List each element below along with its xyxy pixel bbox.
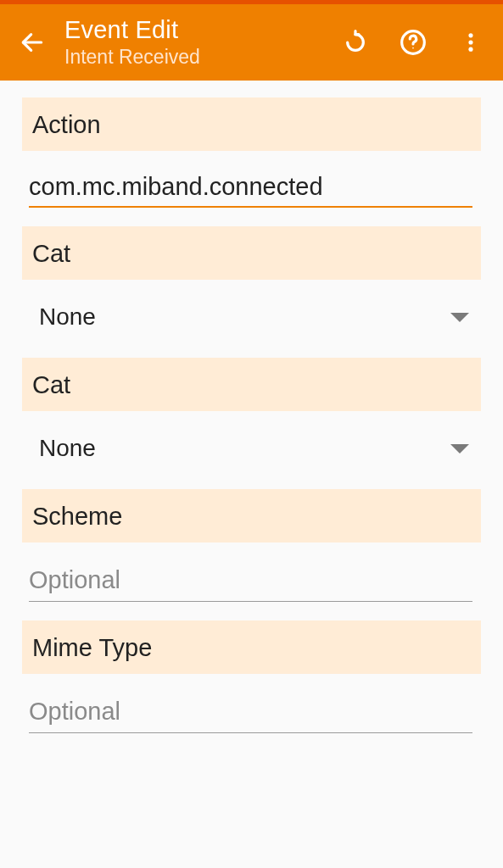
appbar-titles: Event Edit Intent Received [64, 16, 338, 69]
cat1-selected: None [39, 303, 96, 331]
chevron-down-icon [450, 313, 469, 322]
cat2-selected: None [39, 435, 96, 462]
scheme-input-wrap [22, 561, 481, 602]
appbar-actions [338, 25, 488, 59]
help-icon [400, 29, 427, 56]
page-title: Event Edit [64, 16, 338, 44]
chevron-down-icon [450, 444, 469, 453]
section-label-scheme: Scheme [22, 489, 481, 542]
section-label-mimetype: Mime Type [22, 620, 481, 674]
form-content: Action Cat None Cat None Scheme Mime Typ… [0, 97, 503, 733]
action-input-wrap [22, 168, 481, 208]
cat2-dropdown[interactable]: None [22, 426, 481, 470]
svg-point-5 [468, 47, 472, 52]
app-bar: Event Edit Intent Received [0, 4, 503, 81]
back-button[interactable] [15, 25, 49, 59]
page-subtitle: Intent Received [64, 46, 338, 69]
section-label-cat2: Cat [22, 358, 481, 411]
undo-button[interactable] [338, 25, 372, 59]
svg-point-3 [468, 33, 472, 37]
scheme-input[interactable] [29, 561, 472, 602]
mimetype-input-wrap [22, 693, 481, 733]
arrow-back-icon [19, 29, 46, 56]
overflow-menu-button[interactable] [454, 25, 488, 59]
section-label-action: Action [22, 97, 481, 151]
cat1-dropdown[interactable]: None [22, 295, 481, 339]
help-button[interactable] [396, 25, 430, 59]
undo-icon [342, 29, 369, 56]
section-label-cat1: Cat [22, 226, 481, 280]
action-input[interactable] [29, 168, 472, 208]
mimetype-input[interactable] [29, 693, 472, 733]
more-vert-icon [459, 29, 483, 56]
svg-point-2 [412, 47, 414, 49]
svg-point-4 [468, 40, 472, 44]
